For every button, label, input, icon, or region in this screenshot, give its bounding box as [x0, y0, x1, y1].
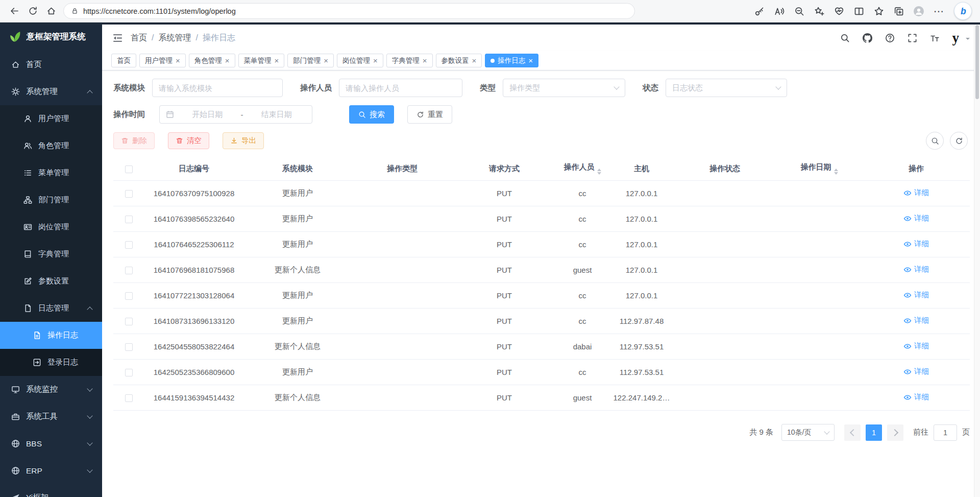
tab-home[interactable]: 首页: [111, 54, 136, 67]
detail-link[interactable]: 详细: [903, 290, 929, 300]
header-select-all[interactable]: [113, 164, 144, 173]
browser-more-button[interactable]: ⋯: [934, 6, 944, 16]
close-icon[interactable]: ×: [176, 57, 180, 64]
bing-chat-button[interactable]: b: [954, 2, 972, 20]
zoom-out-button[interactable]: [794, 6, 804, 16]
caret-down-icon[interactable]: [966, 38, 970, 42]
prev-page-button[interactable]: [844, 424, 861, 441]
status-select[interactable]: 日志状态: [666, 79, 787, 97]
header-search-button[interactable]: [840, 33, 850, 43]
close-icon[interactable]: ×: [472, 57, 477, 64]
operator-input[interactable]: [339, 79, 462, 97]
sidebar-item-login-log[interactable]: 登录日志: [0, 349, 102, 376]
close-icon[interactable]: ×: [324, 57, 328, 64]
scrollbar-thumb[interactable]: [975, 25, 979, 99]
detail-link[interactable]: 详细: [903, 188, 929, 198]
clear-button[interactable]: 清空: [168, 132, 209, 149]
sidebar-item-bbs[interactable]: BBS: [0, 430, 102, 457]
sidebar-item-yi-framework[interactable]: Yi框架: [0, 484, 102, 497]
page-scrollbar[interactable]: [974, 22, 980, 497]
url-text[interactable]: https://ccnetcore.com:1101/system/log/op…: [83, 7, 236, 15]
fullscreen-button[interactable]: [908, 33, 917, 43]
sidebar-item-system-management[interactable]: 系统管理: [0, 78, 102, 105]
detail-link[interactable]: 详细: [903, 367, 929, 376]
add-favorite-button[interactable]: [814, 6, 824, 16]
search-button[interactable]: 搜索: [349, 105, 394, 124]
browser-refresh-button[interactable]: [23, 2, 42, 20]
sidebar-item-operation-log[interactable]: 操作日志: [0, 322, 102, 349]
tab-role-management[interactable]: 角色管理×: [189, 54, 235, 67]
close-icon[interactable]: ×: [373, 57, 378, 64]
sidebar-item-user-management[interactable]: 用户管理: [0, 105, 102, 132]
detail-link[interactable]: 详细: [903, 392, 929, 402]
sidebar-item-parameter-settings[interactable]: 参数设置: [0, 268, 102, 295]
app-logo[interactable]: 意框架管理系统: [0, 22, 102, 51]
page-number-current[interactable]: 1: [866, 424, 882, 441]
detail-link[interactable]: 详细: [903, 341, 929, 351]
date-range-picker[interactable]: 开始日期 - 结束日期: [159, 105, 312, 124]
sidebar-item-department-management[interactable]: 部门管理: [0, 186, 102, 214]
show-search-toggle-button[interactable]: [926, 132, 944, 150]
close-icon[interactable]: ×: [528, 57, 533, 64]
row-checkbox[interactable]: [125, 267, 133, 274]
close-icon[interactable]: ×: [423, 57, 427, 64]
row-checkbox[interactable]: [125, 292, 133, 300]
breadcrumb-home[interactable]: 首页: [131, 33, 147, 43]
browser-home-button[interactable]: [42, 2, 60, 20]
close-icon[interactable]: ×: [225, 57, 230, 64]
page-size-select[interactable]: 10条/页: [781, 424, 835, 441]
sidebar-item-erp[interactable]: ERP: [0, 457, 102, 484]
sidebar-item-role-management[interactable]: 角色管理: [0, 132, 102, 159]
module-input[interactable]: [152, 79, 283, 97]
reset-button[interactable]: 重置: [407, 105, 452, 124]
browser-back-button[interactable]: [5, 2, 23, 20]
sidebar-item-system-monitor[interactable]: 系统监控: [0, 376, 102, 403]
sidebar-toggle-button[interactable]: [112, 33, 123, 43]
row-checkbox[interactable]: [125, 216, 133, 223]
next-page-button[interactable]: [887, 424, 903, 441]
sort-carets-icon[interactable]: [597, 169, 601, 175]
type-select[interactable]: 操作类型: [503, 79, 625, 97]
address-bar[interactable]: https://ccnetcore.com:1101/system/log/op…: [63, 3, 635, 19]
row-checkbox[interactable]: [125, 190, 133, 198]
select-all-checkbox[interactable]: [125, 165, 133, 173]
read-aloud-button[interactable]: [774, 6, 785, 16]
sidebar-item-system-tools[interactable]: 系统工具: [0, 403, 102, 430]
user-avatar-logo[interactable]: y: [952, 31, 960, 45]
sidebar-item-dictionary-management[interactable]: 字典管理: [0, 241, 102, 268]
help-button[interactable]: [885, 33, 895, 43]
row-checkbox[interactable]: [125, 369, 133, 376]
tab-post-management[interactable]: 岗位管理×: [337, 54, 383, 67]
delete-button[interactable]: 删除: [113, 132, 155, 149]
close-icon[interactable]: ×: [275, 57, 279, 64]
collections-button[interactable]: [894, 6, 904, 16]
tab-parameter-settings[interactable]: 参数设置×: [436, 54, 482, 67]
refresh-table-button[interactable]: [950, 132, 968, 150]
detail-link[interactable]: 详细: [903, 239, 929, 249]
site-info-lock-icon[interactable]: [71, 7, 79, 15]
favorites-button[interactable]: [874, 6, 884, 16]
header-date-sortable[interactable]: 操作日期: [776, 162, 863, 175]
row-checkbox[interactable]: [125, 394, 133, 402]
tab-operation-log[interactable]: 操作日志×: [485, 54, 538, 67]
sidebar-item-menu-management[interactable]: 菜单管理: [0, 159, 102, 186]
row-checkbox[interactable]: [125, 318, 133, 325]
browser-essentials-button[interactable]: [834, 6, 844, 16]
tab-dictionary-management[interactable]: 字典管理×: [386, 54, 433, 67]
sidebar-item-post-management[interactable]: 岗位管理: [0, 214, 102, 241]
sort-carets-icon[interactable]: [834, 169, 838, 175]
detail-link[interactable]: 详细: [903, 316, 929, 325]
github-link-button[interactable]: [863, 33, 872, 43]
split-screen-button[interactable]: [854, 6, 864, 16]
tab-menu-management[interactable]: 菜单管理×: [238, 54, 285, 67]
tab-user-management[interactable]: 用户管理×: [139, 54, 186, 67]
password-key-button[interactable]: [754, 6, 765, 16]
row-checkbox[interactable]: [125, 343, 133, 351]
export-button[interactable]: 导出: [223, 132, 264, 149]
row-checkbox[interactable]: [125, 241, 133, 249]
sidebar-item-home[interactable]: 首页: [0, 51, 102, 78]
tab-department-management[interactable]: 部门管理×: [287, 54, 334, 67]
sidebar-item-log-management[interactable]: 日志管理: [0, 295, 102, 322]
font-size-button[interactable]: [930, 33, 940, 43]
header-operator-sortable[interactable]: 操作人员: [555, 162, 609, 175]
